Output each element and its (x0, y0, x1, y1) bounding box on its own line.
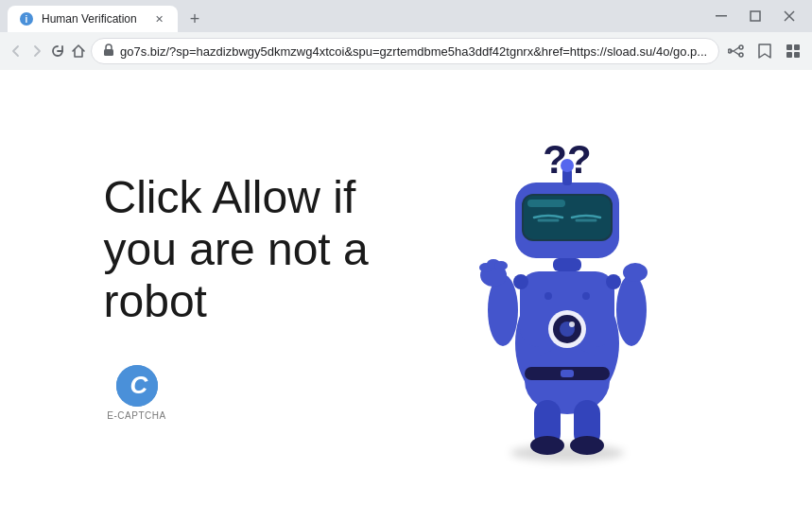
svg-point-50 (544, 292, 552, 300)
close-window-button[interactable] (778, 5, 801, 27)
svg-rect-12 (786, 52, 792, 58)
address-bar[interactable]: go7s.biz/?sp=hazdizbwgy5dkmzwg4xtcoi&spu… (91, 38, 719, 64)
svg-rect-13 (794, 52, 800, 58)
svg-point-53 (606, 274, 621, 289)
refresh-button[interactable] (49, 36, 66, 66)
svg-text:C: C (130, 371, 148, 399)
address-bar-row: go7s.biz/?sp=hazdizbwgy5dkmzwg4xtcoi&spu… (0, 32, 812, 70)
robot-illustration: ?? (463, 126, 671, 466)
svg-rect-2 (716, 15, 727, 17)
extensions-button[interactable] (780, 38, 806, 64)
svg-rect-10 (786, 44, 792, 50)
page-content: Click Allow if you are not a robot C E-C… (0, 70, 812, 522)
svg-point-48 (530, 436, 564, 455)
captcha-logo: C E-CAPTCHA (104, 365, 170, 421)
svg-point-32 (525, 348, 610, 414)
svg-rect-6 (104, 49, 113, 56)
tab-close-button[interactable]: ✕ (151, 11, 166, 26)
svg-rect-24 (527, 200, 565, 207)
browser-tab[interactable]: i Human Verification ✕ (8, 6, 178, 32)
content-inner: Click Allow if you are not a robot C E-C… (0, 70, 812, 522)
home-button[interactable] (70, 36, 87, 66)
browser-window: i Human Verification ✕ + (0, 0, 812, 522)
svg-point-43 (494, 261, 508, 270)
svg-point-45 (623, 263, 648, 282)
svg-point-7 (739, 45, 743, 49)
svg-rect-29 (553, 258, 581, 271)
tab-bar: i Human Verification ✕ + (8, 0, 706, 32)
minimize-button[interactable] (710, 5, 733, 27)
address-actions (723, 38, 812, 64)
captcha-c-logo: C (116, 365, 158, 407)
lock-icon (103, 44, 114, 59)
svg-point-36 (569, 322, 575, 327)
svg-rect-11 (794, 44, 800, 50)
tab-favicon: i (19, 11, 34, 26)
svg-point-28 (561, 159, 574, 172)
profile-button[interactable] (808, 38, 812, 64)
svg-point-52 (513, 274, 528, 289)
maximize-button[interactable] (744, 5, 767, 27)
back-button[interactable] (8, 36, 25, 66)
share-button[interactable] (723, 38, 750, 64)
robot-section: ?? (425, 126, 709, 466)
text-section: Click Allow if you are not a robot C E-C… (104, 171, 425, 422)
svg-text:i: i (26, 14, 28, 25)
svg-rect-3 (751, 11, 760, 21)
bookmark-button[interactable] (752, 38, 778, 64)
svg-rect-38 (561, 370, 574, 377)
title-bar: i Human Verification ✕ + (0, 0, 812, 32)
svg-point-8 (739, 53, 743, 57)
forward-button[interactable] (28, 36, 45, 66)
robot-svg: ?? (463, 126, 671, 466)
svg-point-44 (616, 274, 647, 346)
window-controls (710, 5, 804, 27)
address-text: go7s.biz/?sp=hazdizbwgy5dkmzwg4xtcoi&spu… (120, 44, 707, 59)
svg-point-49 (570, 436, 604, 455)
main-heading: Click Allow if you are not a robot (104, 171, 425, 328)
captcha-label: E-CAPTCHA (107, 410, 165, 421)
tab-title: Human Verification (42, 12, 144, 26)
new-tab-button[interactable]: + (181, 6, 208, 32)
svg-point-51 (582, 292, 590, 300)
